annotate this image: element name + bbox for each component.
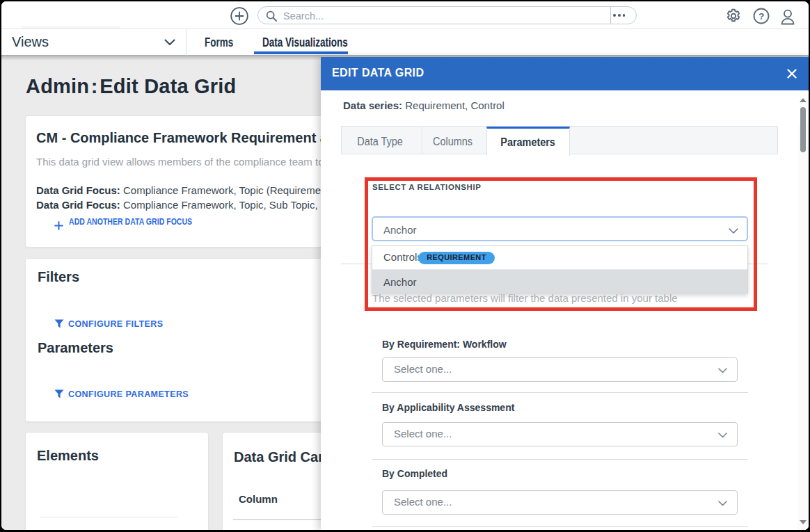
svg-text:?: ? <box>759 11 764 22</box>
